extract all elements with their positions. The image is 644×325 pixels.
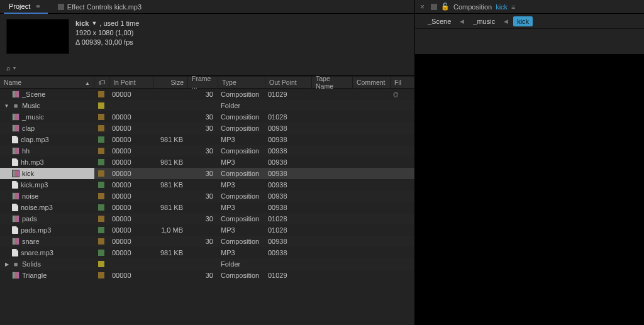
tag-color-swatch xyxy=(98,91,104,97)
cell-inpoint: 00000 xyxy=(108,202,152,213)
cell-tag[interactable] xyxy=(94,168,108,179)
col-fil[interactable]: Fil xyxy=(391,76,414,89)
column-header: Name ▲ 🏷 In Point Size Frame ... Type Ou… xyxy=(0,76,414,89)
table-row[interactable]: clap0000030Composition00938 xyxy=(0,123,414,134)
comp-icon xyxy=(12,124,19,132)
cell-frame: 30 xyxy=(187,213,217,224)
col-tag[interactable]: 🏷 xyxy=(94,76,109,89)
preview-thumbnail xyxy=(6,19,69,54)
col-tape[interactable]: Tape Name xyxy=(312,76,353,89)
cell-tag[interactable] xyxy=(94,111,108,123)
cell-tag[interactable] xyxy=(94,89,108,100)
table-row[interactable]: kick.mp300000981 KBMP300938 xyxy=(0,179,414,190)
twisty-open-icon[interactable]: ▼ xyxy=(4,103,9,109)
comp-icon xyxy=(12,170,19,177)
cell-tag[interactable] xyxy=(94,190,108,202)
cell-inpoint: 00000 xyxy=(108,236,152,247)
cell-tag[interactable] xyxy=(94,145,108,157)
cell-frame xyxy=(187,224,217,236)
preview-meta: kick ▼ , used 1 time 1920 x 1080 (1,00) … xyxy=(75,19,139,59)
composition-panel: × 🔓 Composition kick ≡ _Scene ◀ _music ◀… xyxy=(415,0,644,325)
table-row[interactable]: snare.mp300000981 KBMP300938 xyxy=(0,247,414,258)
cell-size xyxy=(152,213,187,224)
search-input[interactable]: ⌕ ▾ xyxy=(6,64,16,72)
cell-tag[interactable] xyxy=(94,157,108,168)
cell-type: Composition xyxy=(217,236,264,247)
search-icon: ⌕ xyxy=(6,64,11,72)
tab-label: Project xyxy=(9,3,30,10)
item-name: _Scene xyxy=(22,91,45,98)
preview-dims: 1920 x 1080 (1,00) xyxy=(75,28,139,38)
cell-fil xyxy=(389,123,414,134)
cell-name: hh.mp3 xyxy=(0,157,94,168)
cell-type: MP3 xyxy=(217,247,264,258)
col-size[interactable]: Size xyxy=(153,76,188,89)
cell-frame: 30 xyxy=(187,89,217,100)
breadcrumb-item[interactable]: _music xyxy=(469,16,499,26)
cell-tag[interactable] xyxy=(94,247,108,258)
item-name: kick xyxy=(22,170,34,177)
cell-type: Composition xyxy=(217,89,264,100)
flowchart-icon[interactable]: ⌬ xyxy=(393,91,399,98)
table-row[interactable]: clap.mp300000981 KBMP300938 xyxy=(0,134,414,145)
cell-name: pads xyxy=(0,213,94,224)
cell-tag[interactable] xyxy=(94,213,108,224)
item-name: _music xyxy=(22,113,44,121)
table-row[interactable]: Triangle0000030Composition01029 xyxy=(0,270,414,281)
composition-viewer[interactable] xyxy=(415,54,644,325)
cell-fil xyxy=(389,157,414,168)
close-icon[interactable]: × xyxy=(420,3,427,11)
breadcrumb-item-active[interactable]: kick xyxy=(513,16,533,26)
cell-size: 981 KB xyxy=(152,134,187,145)
cell-comment xyxy=(352,247,389,258)
cell-tag[interactable] xyxy=(94,224,108,236)
col-frame[interactable]: Frame ... xyxy=(188,76,218,89)
panel-menu-icon[interactable]: ≡ xyxy=(511,3,515,11)
cell-tag[interactable] xyxy=(94,202,108,213)
tag-color-swatch xyxy=(98,136,104,143)
tab-project[interactable]: Project ≡ xyxy=(4,0,48,14)
tab-effect-controls[interactable]: Effect Controls kick.mp3 xyxy=(53,0,147,14)
comp-icon xyxy=(12,272,19,279)
comp-icon xyxy=(12,91,19,98)
col-type[interactable]: Type xyxy=(218,76,265,89)
lock-icon[interactable]: 🔓 xyxy=(441,3,450,11)
table-row[interactable]: kick0000030Composition00938 xyxy=(0,168,414,179)
cell-name: _music xyxy=(0,111,94,123)
folder-icon: ■ xyxy=(12,260,19,268)
cell-outpoint: 01028 xyxy=(264,111,311,123)
cell-type: MP3 xyxy=(217,202,264,213)
twisty-closed-icon[interactable]: ▶ xyxy=(4,262,9,267)
cell-tag[interactable] xyxy=(94,123,108,134)
col-name[interactable]: Name ▲ xyxy=(0,76,94,89)
cell-comment xyxy=(352,258,389,270)
table-row[interactable]: snare0000030Composition00938 xyxy=(0,236,414,247)
table-row[interactable]: noise.mp300000981 KBMP300938 xyxy=(0,202,414,213)
table-row[interactable]: ▶■SolidsFolder xyxy=(0,258,414,270)
cell-tag[interactable] xyxy=(94,258,108,270)
col-outpoint[interactable]: Out Point xyxy=(265,76,312,89)
table-row[interactable]: noise0000030Composition00938 xyxy=(0,190,414,202)
table-row[interactable]: pads.mp3000001,0 MBMP301028 xyxy=(0,224,414,236)
panel-menu-icon[interactable]: ≡ xyxy=(33,3,42,10)
cell-tag[interactable] xyxy=(94,134,108,145)
cell-tape xyxy=(311,134,352,145)
table-row[interactable]: _music0000030Composition01028 xyxy=(0,111,414,123)
cell-tag[interactable] xyxy=(94,179,108,190)
col-inpoint[interactable]: In Point xyxy=(109,76,153,89)
table-row[interactable]: pads0000030Composition01028 xyxy=(0,213,414,224)
cell-tape xyxy=(311,111,352,123)
cell-tag[interactable] xyxy=(94,236,108,247)
table-row[interactable]: hh.mp300000981 KBMP300938 xyxy=(0,157,414,168)
cell-tag[interactable] xyxy=(94,270,108,281)
table-row[interactable]: hh0000030Composition00938 xyxy=(0,145,414,157)
col-comment[interactable]: Comment xyxy=(353,76,391,89)
cell-type: MP3 xyxy=(217,224,264,236)
breadcrumb-item[interactable]: _Scene xyxy=(424,16,455,26)
table-row[interactable]: ▼■MusicFolder xyxy=(0,100,414,111)
search-caret-icon: ▾ xyxy=(13,65,16,71)
caret-down-icon[interactable]: ▼ xyxy=(91,19,97,28)
sort-ascending-icon: ▲ xyxy=(85,80,90,86)
table-row[interactable]: _Scene0000030Composition01029⌬ xyxy=(0,89,414,100)
cell-tag[interactable] xyxy=(94,100,108,111)
